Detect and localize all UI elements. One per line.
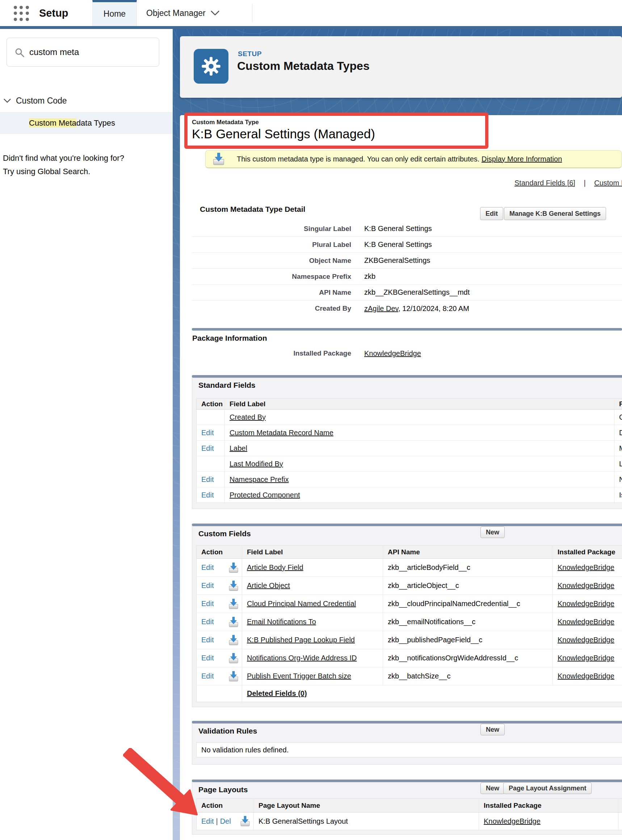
table-row: Edit Article Body Field zkb__articleBody… [197,559,622,577]
field-api-name: zkb__cloudPrincipalNamedCredential__c [383,595,553,613]
field-name-clipped: C [614,410,622,425]
detail-row: Object Name ZKBGeneralSettings [192,253,622,269]
edit-link[interactable]: Edit [201,672,213,680]
field-label-link[interactable]: Custom Metadata Record Name [230,429,334,437]
banner-message: This custom metadata type is managed. Yo… [237,155,479,163]
detail-label: Installed Package [192,349,351,357]
installed-package-icon [240,816,250,827]
table-row: Edit K:B Published Page Lookup Field zkb… [197,631,622,649]
edit-link[interactable]: Edit [201,636,213,644]
installed-package-link[interactable]: KnowledgeBridge [364,349,421,357]
standard-fields-table: Action Field Label F Created By C Edit C… [196,398,622,503]
page-layouts-section: Page Layouts New Page Layout Assignment … [192,779,622,835]
sidebar-notfound-text: Didn't find what you're looking for? Try… [3,151,170,178]
field-label-link[interactable]: Cloud Principal Named Credential [247,599,356,608]
field-label-link[interactable]: Publish Event Trigger Batch size [247,672,351,680]
detail-label: Created By [192,305,351,313]
record-title: K:B General Settings (Managed) [192,127,375,141]
installed-package-link[interactable]: KnowledgeBridge [558,618,614,626]
detail-value: ZKBGeneralSettings [351,256,430,265]
table-row: Edit Email Notifications To zkb__emailNo… [197,613,622,631]
field-label-link[interactable]: K:B Published Page Lookup Field [247,636,355,644]
detail-row: Plural Label K:B General Settings [192,237,622,253]
package-information-bar [192,328,622,331]
edit-link[interactable]: Edit [201,654,213,662]
sidebar-item-label-rest: data Types [76,118,115,127]
standard-fields-quick-link[interactable]: Standard Fields [6] [514,179,575,187]
installed-package-link[interactable]: KnowledgeBridge [558,654,614,662]
field-label-link[interactable]: Label [230,444,247,452]
standard-fields-section: Standard Fields Action Field Label F Cre… [192,375,622,509]
delete-link[interactable]: Del [220,817,231,825]
edit-link[interactable]: Edit [201,817,213,825]
new-validation-rule-button[interactable]: New [480,724,505,735]
table-row: Edit|Del K:B GeneralSettings Layout Know… [197,813,622,830]
edit-link[interactable]: Edit [201,476,213,483]
field-name-clipped: L [614,456,622,472]
deleted-fields-row: Deleted Fields (0) [197,685,622,702]
field-label-link[interactable]: Article Body Field [247,563,303,571]
field-label-link[interactable]: Namespace Prefix [230,476,288,483]
new-page-layout-button[interactable]: New [480,782,505,794]
column-header-installed-package: Installed Package [553,546,622,559]
detail-value: zkb [351,272,375,281]
field-label-link[interactable]: Protected Component [230,491,300,499]
created-by-user-link[interactable]: zAgile Dev [364,305,398,313]
app-launcher-icon[interactable] [14,6,29,21]
detail-row: Singular Label K:B General Settings [192,221,622,237]
new-custom-field-button[interactable]: New [480,526,505,538]
edit-link[interactable]: Edit [201,618,213,626]
installed-package-icon [228,652,239,664]
installed-package-link[interactable]: KnowledgeBridge [484,817,541,825]
created-by-timestamp: , 12/10/2024, 8:20 AM [398,305,469,313]
field-label-link[interactable]: Notifications Org-Wide Address ID [247,654,357,662]
edit-link[interactable]: Edit [201,563,213,572]
page-layout-assignment-button[interactable]: Page Layout Assignment [503,782,592,794]
sidebar-item-custom-metadata-types[interactable]: Custom Metadata Types [0,112,173,134]
field-api-name: zkb__articleObject__c [383,577,553,595]
installed-package-icon [228,671,239,682]
custom-fields-quick-link[interactable]: Custom F [594,179,622,187]
search-input[interactable] [29,38,156,66]
field-label-link[interactable]: Last Modified By [230,460,283,468]
edit-link[interactable]: Edit [201,581,213,590]
installed-package-link[interactable]: KnowledgeBridge [558,563,614,571]
installed-package-link[interactable]: KnowledgeBridge [558,599,614,608]
installed-package-link[interactable]: KnowledgeBridge [558,581,614,590]
column-header-field-label: Field Label [242,546,383,559]
table-row: Edit Namespace Prefix N [197,472,622,487]
setup-sidebar: Custom Code Custom Metadata Types Didn't… [0,29,173,840]
deleted-fields-link[interactable]: Deleted Fields (0) [247,689,307,697]
sidebar-search-box[interactable] [6,38,159,67]
installed-package-icon [228,616,239,628]
edit-button[interactable]: Edit [480,207,503,220]
detail-row: API Name zkb__ZKBGeneralSettings__mdt [192,285,622,300]
edit-link[interactable]: Edit [201,491,213,499]
table-row: Edit Label M [197,441,622,456]
installed-package-link[interactable]: KnowledgeBridge [558,636,614,644]
tab-home[interactable]: Home [92,0,137,26]
field-label-link[interactable]: Email Notifications To [247,618,316,626]
detail-row: Namespace Prefix zkb [192,269,622,285]
edit-link[interactable]: Edit [201,599,213,608]
page-layouts-heading: Page Layouts [198,785,248,794]
edit-link[interactable]: Edit [201,429,213,437]
installed-package-link[interactable]: KnowledgeBridge [558,672,614,680]
edit-link[interactable]: Edit [201,444,213,452]
managed-package-banner: This custom metadata type is managed. Yo… [205,150,622,168]
sidebar-section-custom-code[interactable]: Custom Code [0,96,173,106]
field-name-clipped: Is [614,487,622,503]
field-label-link[interactable]: Created By [230,413,266,421]
custom-fields-heading: Custom Fields [198,529,251,538]
manage-records-button[interactable]: Manage K:B General Settings [504,207,606,220]
display-more-information-link[interactable]: Display More Information [482,155,562,163]
page-layouts-table: Action Page Layout Name Installed Packag… [196,798,622,830]
detail-label: Plural Label [192,241,351,249]
field-label-link[interactable]: Article Object [247,581,290,590]
app-title: Setup [39,0,69,26]
installed-package-icon [228,634,239,646]
tab-object-manager[interactable]: Object Manager [137,0,220,26]
table-row: Created By C [197,410,622,425]
detail-value: K:B General Settings [351,224,432,233]
detail-field-list: Singular Label K:B General Settings Plur… [192,221,622,316]
